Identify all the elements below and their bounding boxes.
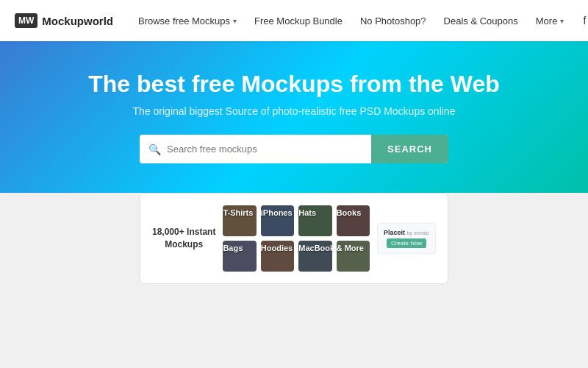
category-hats[interactable]: Hats xyxy=(298,205,331,236)
placeit-by: by envato xyxy=(407,230,429,236)
create-now-button[interactable]: Create Now xyxy=(387,238,426,248)
logo[interactable]: MW Mockupworld xyxy=(15,13,113,28)
nav-browse-mockups[interactable]: Browse free Mockups ▾ xyxy=(131,11,244,31)
mockup-categories-container: 18,000+ InstantMockups T-Shirts iPhones … xyxy=(140,193,448,284)
hero-title: The best free Mockups from the Web xyxy=(15,71,573,98)
category-hoodies[interactable]: Hoodies xyxy=(261,241,294,272)
nav-deals[interactable]: Deals & Coupons xyxy=(437,11,526,31)
hero-subtitle: The original biggest Source of photo-rea… xyxy=(15,105,573,117)
cards-section: 18,000+ InstantMockups T-Shirts iPhones … xyxy=(0,193,588,299)
facebook-icon[interactable]: f xyxy=(583,15,586,26)
category-more[interactable]: & More xyxy=(337,241,370,272)
search-button[interactable]: SEARCH xyxy=(371,135,448,163)
logo-text: Mockupworld xyxy=(42,15,113,27)
search-icon: 🔍 xyxy=(148,144,161,155)
search-bar: 🔍 SEARCH xyxy=(140,135,448,163)
social-icons: f 𝕥 xyxy=(583,15,588,26)
nav-more[interactable]: More ▾ xyxy=(528,11,572,31)
chevron-down-icon: ▾ xyxy=(560,17,564,25)
main-nav: Browse free Mockups ▾ Free Mockup Bundle… xyxy=(131,11,571,31)
hero-section: The best free Mockups from the Web The o… xyxy=(0,41,588,208)
placeit-card[interactable]: Placeit by envato Create Now xyxy=(377,223,436,254)
category-macbooks[interactable]: MacBooks xyxy=(298,241,331,272)
nav-no-photoshop[interactable]: No Photoshop? xyxy=(353,11,434,31)
placeit-logo: Placeit by envato xyxy=(384,229,429,236)
category-tshirts[interactable]: T-Shirts xyxy=(223,205,256,236)
chevron-down-icon: ▾ xyxy=(233,17,237,25)
nav-free-bundle[interactable]: Free Mockup Bundle xyxy=(247,11,350,31)
logo-icon: MW xyxy=(15,13,37,28)
bottom-area: This website uses cookies We inform you … xyxy=(0,299,588,368)
category-books[interactable]: Books xyxy=(337,205,370,236)
category-grid: T-Shirts iPhones Hats Books Bags Hoodies… xyxy=(223,205,370,272)
instant-mockups-label: 18,000+ InstantMockups xyxy=(152,226,215,251)
category-iphones[interactable]: iPhones xyxy=(261,205,294,236)
header: MW Mockupworld Browse free Mockups ▾ Fre… xyxy=(0,0,588,41)
category-bags[interactable]: Bags xyxy=(223,241,256,272)
search-input-wrapper: 🔍 xyxy=(140,135,371,163)
search-input[interactable] xyxy=(167,144,362,155)
